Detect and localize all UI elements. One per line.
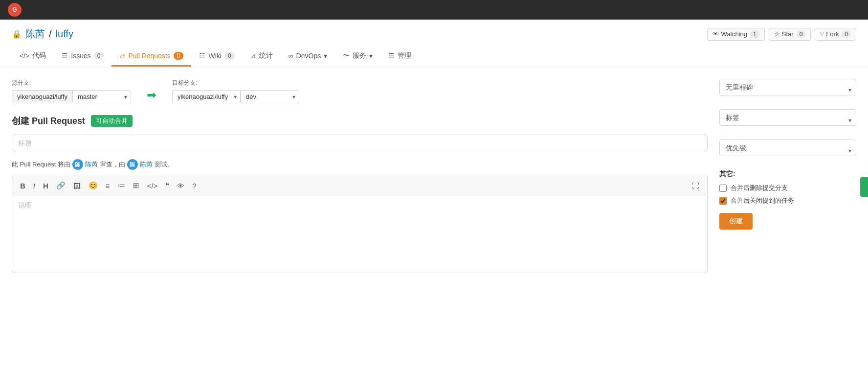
milestone-select-wrapper: 无里程碑 [719,79,856,101]
watching-button[interactable]: 👁 Watching 1 [707,28,764,41]
delete-branch-label: 合并后删除提交分支 [731,184,788,192]
repo-separator: / [49,28,52,40]
main-area: 源分支: yikenaoguazi/luffy master ➡ 目标分支: [12,79,708,273]
reviewer1-link[interactable]: 陈芮 [85,160,98,169]
toolbar-unordered-list[interactable]: ≡ [104,181,112,191]
page-content: 源分支: yikenaoguazi/luffy master ➡ 目标分支: [0,67,868,285]
watching-count: 1 [750,30,759,38]
issues-icon: ☰ [62,52,68,60]
services-icon: 〜 [343,51,350,60]
tab-issues-label: Issues [71,52,90,60]
priority-select[interactable]: 优先级 [719,140,856,156]
logo-text: G [12,6,17,13]
admin-icon: ☰ [388,52,395,60]
reviewer-text-after: 测试。 [155,160,174,169]
tags-section: 标签 [719,109,856,132]
tab-admin-label: 管理 [398,51,411,60]
toolbar-help[interactable]: ? [190,181,198,191]
logo: G [8,3,22,17]
pr-form-heading: 创建 Pull Request [12,115,85,127]
green-side-button[interactable] [860,177,868,197]
sidebar-area: 无里程碑 标签 优先级 其它: [719,79,856,273]
repo-actions: 👁 Watching 1 ☆ Star 0 ⑂ Fork 0 [707,28,856,41]
toolbar-preview[interactable]: 👁 [175,181,186,191]
description-placeholder: 说明 [18,201,32,209]
reviewer1-avatar: 陈 [72,159,83,170]
target-branch-select[interactable]: dev [241,90,299,103]
tab-pullrequests[interactable]: ⇄ Pull Requests 0 [111,47,191,67]
source-branch-row: yikenaoguazi/luffy master [12,90,131,103]
tab-devops[interactable]: ∞ DevOps ▾ [281,47,335,67]
reviewer-text-mid: 审查，由 [100,160,125,169]
toolbar-bold[interactable]: B [18,181,27,191]
close-tasks-checkbox[interactable] [719,197,727,205]
target-branch-select-wrapper: dev [241,90,299,103]
toolbar-link[interactable]: 🔗 [54,180,67,191]
close-tasks-label: 合并后关闭提到的任务 [731,196,794,205]
tags-select[interactable]: 标签 [719,109,856,126]
toolbar-image[interactable]: 🖼 [71,181,83,191]
priority-select-wrapper: 优先级 [719,140,856,162]
top-bar: G [0,0,868,20]
toolbar-fullscreen[interactable]: ⛶ [690,181,701,191]
devops-dropdown-icon: ▾ [324,52,327,60]
fork-label: Fork [826,30,839,38]
toolbar-heading[interactable]: H [41,181,50,191]
wiki-icon: ☷ [199,52,205,60]
reviewer-info: 此 Pull Request 将由 陈 陈芮 审查，由 陈 陈芮 测试。 [12,159,708,170]
source-branch-label: 源分支: [12,79,131,87]
repo-header: 🔒 陈芮 / luffy 👁 Watching 1 ☆ Star 0 ⑂ [0,20,868,67]
create-pr-button[interactable]: 创建 [719,213,753,230]
repo-title: 🔒 陈芮 / luffy [12,27,73,41]
target-branch-label: 目标分支: [172,79,299,87]
merge-arrow: ➡ [143,88,160,102]
toolbar-emoji[interactable]: 😊 [87,180,100,191]
services-dropdown-icon: ▾ [369,52,373,60]
tab-stats-label: 统计 [259,51,273,60]
star-label: Star [782,30,794,38]
repo-owner-link[interactable]: 陈芮 [25,27,45,41]
target-owner-select[interactable]: yikenaoguazi/luffy [172,90,241,103]
star-icon: ☆ [774,30,780,38]
tab-pr-label: Pull Requests [128,52,170,60]
milestone-select[interactable]: 无里程碑 [719,79,856,95]
tab-admin[interactable]: ☰ 管理 [380,47,419,67]
delete-branch-checkbox[interactable] [719,185,727,192]
tab-services[interactable]: 〜 服务 ▾ [335,47,380,67]
tab-wiki[interactable]: ☷ Wiki 0 [191,47,242,67]
toolbar-italic[interactable]: I [31,181,37,191]
reviewer2-avatar: 陈 [127,159,138,170]
star-button[interactable]: ☆ Star 0 [769,28,811,41]
repo-name-link[interactable]: luffy [56,28,73,40]
pr-icon: ⇄ [119,52,125,60]
checkbox-close-tasks[interactable]: 合并后关闭提到的任务 [719,196,856,205]
tab-issues[interactable]: ☰ Issues 0 [54,47,111,67]
source-branch-select-wrapper: master [72,90,131,103]
tab-code[interactable]: </> 代码 [12,47,54,67]
pr-form-title: 创建 Pull Request 可自动合并 [12,115,708,127]
lock-icon: 🔒 [12,29,22,39]
target-branch-group: 目标分支: yikenaoguazi/luffy dev [172,79,299,103]
auto-merge-badge: 可自动合并 [91,115,133,127]
tab-code-label: 代码 [32,51,46,60]
reviewer2-link[interactable]: 陈芮 [140,160,153,169]
toolbar-quote[interactable]: ❝ [163,180,171,191]
toolbar-ordered-list[interactable]: ≔ [116,180,127,191]
stats-icon: ⊿ [250,52,256,60]
pr-title-input[interactable] [12,135,708,151]
editor-body[interactable]: 说明 [12,195,708,273]
source-branch-select[interactable]: master [72,90,131,103]
repo-tabs: </> 代码 ☰ Issues 0 ⇄ Pull Requests 0 ☷ Wi… [12,47,856,67]
tab-stats[interactable]: ⊿ 统计 [243,47,281,67]
tab-devops-label: DevOps [296,52,321,60]
issues-badge: 0 [94,52,104,60]
fork-button[interactable]: ⑂ Fork 0 [815,28,856,41]
toolbar-table[interactable]: ⊞ [131,180,141,191]
checkbox-delete-branch[interactable]: 合并后删除提交分支 [719,184,856,192]
toolbar-code[interactable]: </> [145,181,160,191]
others-section: 其它: 合并后删除提交分支 合并后关闭提到的任务 创建 [719,170,856,230]
fork-icon: ⑂ [820,30,824,38]
devops-icon: ∞ [289,52,293,60]
tab-services-label: 服务 [353,51,366,60]
repo-title-row: 🔒 陈芮 / luffy 👁 Watching 1 ☆ Star 0 ⑂ [12,27,856,41]
